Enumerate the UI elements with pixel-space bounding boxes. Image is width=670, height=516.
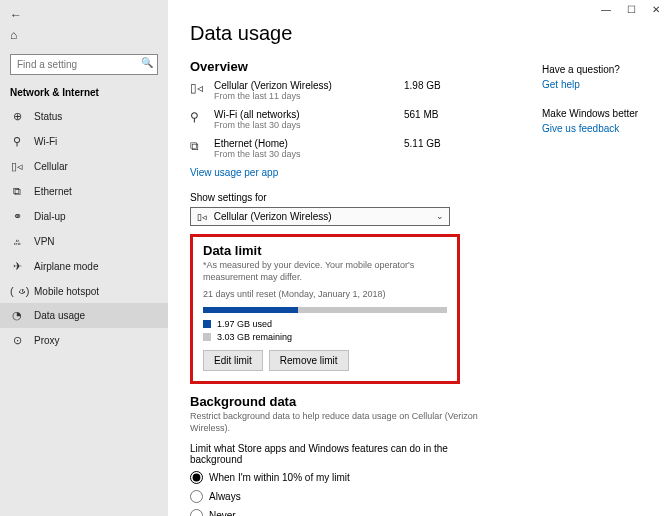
sidebar-section-title: Network & Internet	[0, 83, 168, 104]
sidebar-item-dialup[interactable]: ⚭Dial-up	[0, 204, 168, 229]
legend-swatch-used	[203, 320, 211, 328]
sidebar-item-vpn[interactable]: ஃVPN	[0, 229, 168, 254]
usage-row-title: Ethernet (Home)	[214, 138, 404, 149]
sidebar-item-label: Wi-Fi	[34, 136, 57, 147]
cellular-icon: ▯◃	[190, 81, 208, 95]
usage-row-title: Cellular (Verizon Wireless)	[214, 80, 404, 91]
edit-limit-button[interactable]: Edit limit	[203, 350, 263, 371]
datausage-icon: ◔	[10, 309, 24, 322]
usage-row-sub: From the last 30 days	[214, 120, 404, 130]
settings-for-label: Show settings for	[190, 192, 652, 203]
radio-label: Always	[209, 491, 241, 502]
sidebar-item-label: Cellular	[34, 161, 68, 172]
data-limit-bar-fill	[203, 307, 298, 313]
sidebar-item-label: Ethernet	[34, 186, 72, 197]
sidebar-item-ethernet[interactable]: ⧉Ethernet	[0, 179, 168, 204]
ethernet-icon: ⧉	[190, 139, 208, 153]
sidebar-item-label: Mobile hotspot	[34, 286, 99, 297]
proxy-icon: ⊙	[10, 334, 24, 347]
status-icon: ⊕	[10, 110, 24, 123]
wifi-icon: ⚲	[10, 135, 24, 148]
usage-row-value: 5.11 GB	[404, 138, 441, 149]
right-panel: Have a question? Get help Make Windows b…	[542, 64, 652, 152]
background-data-sub: Limit what Store apps and Windows featur…	[190, 443, 490, 465]
data-limit-reset: 21 days until reset (Monday, January 1, …	[203, 289, 447, 299]
sidebar-item-cellular[interactable]: ▯◃Cellular	[0, 154, 168, 179]
radio-always[interactable]: Always	[190, 490, 652, 503]
search-field[interactable]	[10, 54, 158, 75]
sidebar-item-label: Dial-up	[34, 211, 66, 222]
feedback-title: Make Windows better	[542, 108, 652, 119]
view-usage-link[interactable]: View usage per app	[190, 167, 652, 178]
sidebar-item-airplane[interactable]: ✈︎Airplane mode	[0, 254, 168, 279]
cellular-icon: ▯◃	[10, 160, 24, 173]
sidebar-item-label: Proxy	[34, 335, 60, 346]
home-icon[interactable]: ⌂	[10, 28, 158, 42]
feedback-link[interactable]: Give us feedback	[542, 123, 652, 134]
usage-row-sub: From the last 11 days	[214, 91, 404, 101]
background-data-heading: Background data	[190, 394, 652, 409]
sidebar-item-datausage[interactable]: ◔Data usage	[0, 303, 168, 328]
radio-within-limit[interactable]: When I'm within 10% of my limit	[190, 471, 652, 484]
legend-remaining: 3.03 GB remaining	[217, 332, 292, 342]
radio-label: When I'm within 10% of my limit	[209, 472, 350, 483]
background-data-desc: Restrict background data to help reduce …	[190, 411, 510, 434]
sidebar-item-label: VPN	[34, 236, 55, 247]
data-limit-bar	[203, 307, 447, 313]
data-limit-note: *As measured by your device. Your mobile…	[203, 260, 447, 283]
sidebar-item-wifi[interactable]: ⚲Wi-Fi	[0, 129, 168, 154]
legend-used: 1.97 GB used	[217, 319, 272, 329]
main-content: Data usage Have a question? Get help Mak…	[168, 0, 670, 516]
wifi-icon: ⚲	[190, 110, 208, 124]
sidebar: ← ⌂ 🔍 Network & Internet ⊕Status ⚲Wi-Fi …	[0, 0, 168, 516]
legend-swatch-remaining	[203, 333, 211, 341]
chevron-down-icon: ⌄	[436, 211, 444, 221]
sidebar-item-status[interactable]: ⊕Status	[0, 104, 168, 129]
usage-row-value: 561 MB	[404, 109, 438, 120]
data-limit-section: Data limit *As measured by your device. …	[190, 234, 460, 384]
radio-label: Never	[209, 510, 236, 516]
usage-row-title: Wi-Fi (all networks)	[214, 109, 404, 120]
search-input[interactable]: 🔍	[10, 54, 158, 75]
settings-for-select[interactable]: ▯◃ Cellular (Verizon Wireless) ⌄	[190, 207, 450, 226]
sidebar-item-label: Data usage	[34, 310, 85, 321]
sidebar-item-hotspot[interactable]: (ဖ)Mobile hotspot	[0, 279, 168, 303]
back-button[interactable]: ←	[10, 8, 158, 22]
hotspot-icon: (ဖ)	[10, 285, 24, 297]
remove-limit-button[interactable]: Remove limit	[269, 350, 349, 371]
ethernet-icon: ⧉	[10, 185, 24, 198]
sidebar-item-label: Airplane mode	[34, 261, 98, 272]
radio-never[interactable]: Never	[190, 509, 652, 516]
get-help-link[interactable]: Get help	[542, 79, 652, 90]
dialup-icon: ⚭	[10, 210, 24, 223]
search-icon: 🔍	[141, 57, 153, 68]
sidebar-item-label: Status	[34, 111, 62, 122]
usage-row-value: 1.98 GB	[404, 80, 441, 91]
select-value: Cellular (Verizon Wireless)	[214, 211, 332, 222]
airplane-icon: ✈︎	[10, 260, 24, 273]
usage-row-sub: From the last 30 days	[214, 149, 404, 159]
help-title: Have a question?	[542, 64, 652, 75]
vpn-icon: ஃ	[10, 235, 24, 248]
sidebar-item-proxy[interactable]: ⊙Proxy	[0, 328, 168, 353]
cellular-icon: ▯◃	[197, 212, 207, 222]
page-title: Data usage	[190, 22, 652, 45]
data-limit-heading: Data limit	[203, 243, 447, 258]
